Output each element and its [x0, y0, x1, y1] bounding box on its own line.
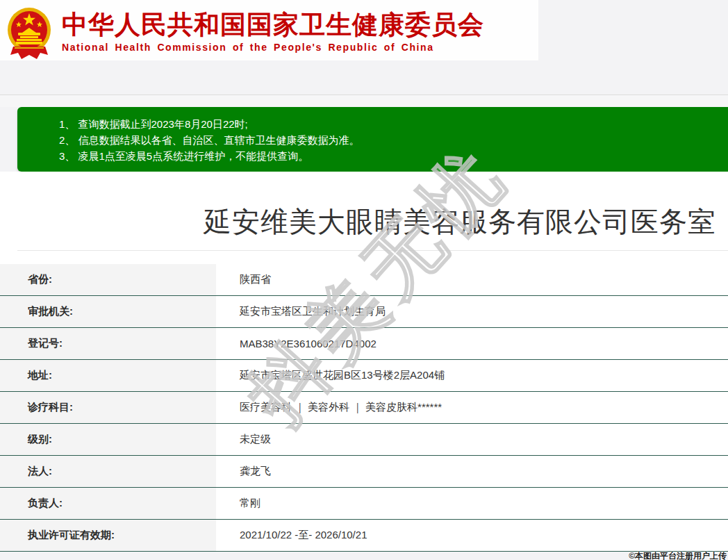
title-divider	[17, 250, 728, 251]
row-label: 审批机关:	[0, 296, 216, 327]
notice-box: 1、 查询数据截止到2023年8月20日22时; 2、 信息数据结果以各省、自治…	[17, 107, 728, 172]
row-value: 延安市宝塔区盛世花园B区13号楼2层A204铺	[216, 360, 728, 391]
row-label: 地址:	[0, 360, 216, 391]
table-row-legal-person: 法人: 龚龙飞	[0, 456, 728, 488]
header-band: 中华人民共和国国家卫生健康委员会 National Health Commiss…	[0, 0, 728, 60]
row-label: 级别:	[0, 424, 216, 455]
notice-item: 2、 信息数据结果以各省、自治区、直辖市卫生健康委数据为准。	[59, 132, 714, 148]
row-label: 法人:	[0, 456, 216, 487]
table-row-province: 省份: 陕西省	[0, 264, 728, 296]
row-value: MAB38Y2E361060217D4002	[216, 328, 728, 359]
china-national-emblem-icon	[6, 6, 52, 59]
row-value: 陕西省	[216, 264, 728, 295]
institution-name-title: 延安维美大眼睛美容服务有限公司医务室	[0, 172, 728, 237]
table-row-registration-number: 登记号: MAB38Y2E361060217D4002	[0, 328, 728, 360]
table-row-approval-authority: 审批机关: 延安市宝塔区卫生和计划生育局	[0, 296, 728, 328]
header-title-chinese: 中华人民共和国国家卫生健康委员会	[62, 10, 484, 40]
row-label: 诊疗科目:	[0, 392, 216, 423]
footer-strip: ©本图由平台注册用户上传	[0, 552, 728, 560]
site-header: 中华人民共和国国家卫生健康委员会 National Health Commiss…	[0, 0, 538, 60]
copyright-note: ©本图由平台注册用户上传	[629, 552, 728, 560]
row-value: 未定级	[216, 424, 728, 455]
result-panel: 延安维美大眼睛美容服务有限公司医务室 省份: 陕西省 审批机关: 延安市宝塔区卫…	[0, 172, 728, 552]
row-value: 龚龙飞	[216, 456, 728, 487]
notice-item: 1、 查询数据截止到2023年8月20日22时;	[59, 116, 714, 132]
table-row-level: 级别: 未定级	[0, 424, 728, 456]
row-value: 常刚	[216, 488, 728, 519]
header-sub-band-2	[0, 95, 728, 107]
header-title-english: National Health Commission of the People…	[62, 42, 484, 53]
row-value: 医疗美容科 ｜ 美容外科 ｜ 美容皮肤科******	[216, 392, 728, 423]
table-row-license-validity: 执业许可证有效期: 2021/10/22 -至- 2026/10/21	[0, 520, 728, 552]
institution-info-table: 省份: 陕西省 审批机关: 延安市宝塔区卫生和计划生育局 登记号: MAB38Y…	[0, 264, 728, 552]
notice-item: 3、 凌晨1点至凌晨5点系统进行维护，不能提供查询。	[59, 148, 714, 164]
row-label: 负责人:	[0, 488, 216, 519]
row-value: 2021/10/22 -至- 2026/10/21	[216, 520, 728, 551]
table-row-person-in-charge: 负责人: 常刚	[0, 488, 728, 520]
row-value: 延安市宝塔区卫生和计划生育局	[216, 296, 728, 327]
row-label: 登记号:	[0, 328, 216, 359]
header-sub-band	[0, 60, 728, 95]
row-label: 执业许可证有效期:	[0, 520, 216, 551]
table-row-medical-departments: 诊疗科目: 医疗美容科 ｜ 美容外科 ｜ 美容皮肤科******	[0, 392, 728, 424]
table-row-address: 地址: 延安市宝塔区盛世花园B区13号楼2层A204铺	[0, 360, 728, 392]
row-label: 省份:	[0, 264, 216, 295]
